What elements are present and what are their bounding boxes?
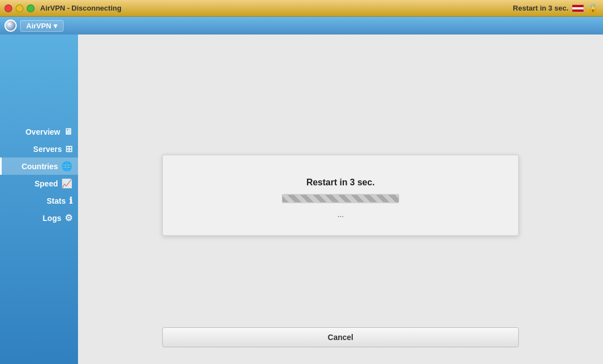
- progress-bar-container: [282, 194, 399, 203]
- cancel-button[interactable]: Cancel: [162, 327, 519, 347]
- nav-icon-servers: ⊞: [65, 144, 72, 154]
- menu-label: AirVPN: [26, 22, 51, 30]
- restart-message: Restart in 3 sec.: [307, 178, 375, 188]
- minimize-button[interactable]: [16, 4, 23, 12]
- sidebar-item-logs[interactable]: Logs ⚙: [0, 209, 78, 227]
- nav-label-servers: Servers: [33, 145, 62, 154]
- titlebar-controls: AirVPN - Disconnecting: [4, 4, 121, 12]
- airvpn-menu-button[interactable]: AirVPN ▾: [20, 20, 64, 32]
- sidebar-item-overview[interactable]: Overview 🖥: [0, 124, 78, 140]
- sidebar: Overview 🖥 Servers ⊞ Countries 🌐 Speed 📈…: [0, 35, 78, 364]
- close-button[interactable]: [4, 4, 12, 12]
- titlebar-status: Restart in 3 sec. 🔒: [513, 3, 599, 13]
- restart-dialog: Restart in 3 sec. ...: [162, 155, 519, 236]
- window-title: AirVPN - Disconnecting: [40, 4, 121, 12]
- nav-label-stats: Stats: [47, 196, 66, 205]
- restart-status-text: Restart in 3 sec.: [513, 4, 568, 12]
- nav-label-overview: Overview: [26, 127, 60, 136]
- airvpn-logo: [4, 19, 17, 32]
- main-layout: Overview 🖥 Servers ⊞ Countries 🌐 Speed 📈…: [0, 35, 603, 364]
- nav-icon-speed: 📈: [61, 178, 72, 189]
- chevron-down-icon: ▾: [54, 22, 57, 30]
- sidebar-item-countries[interactable]: Countries 🌐: [0, 158, 78, 175]
- nav-icon-stats: ℹ: [69, 195, 72, 206]
- nav-label-logs: Logs: [43, 214, 61, 223]
- nav-label-speed: Speed: [35, 179, 58, 188]
- nav-icon-logs: ⚙: [65, 213, 72, 223]
- country-flag-austria: [572, 4, 584, 12]
- maximize-button[interactable]: [27, 4, 35, 12]
- titlebar: AirVPN - Disconnecting Restart in 3 sec.…: [0, 0, 603, 17]
- menubar: AirVPN ▾: [0, 17, 603, 35]
- nav-label-countries: Countries: [22, 162, 58, 171]
- sidebar-item-speed[interactable]: Speed 📈: [0, 175, 78, 192]
- content-area: Restart in 3 sec. ... Cancel: [78, 35, 603, 364]
- nav-icon-countries: 🌐: [61, 161, 72, 171]
- cancel-area: Cancel: [162, 316, 519, 347]
- nav-icon-overview: 🖥: [64, 127, 72, 137]
- lock-icon: 🔒: [587, 3, 599, 13]
- sidebar-item-stats[interactable]: Stats ℹ: [0, 192, 78, 209]
- sidebar-item-servers[interactable]: Servers ⊞: [0, 140, 78, 158]
- progress-bar: [283, 195, 398, 203]
- status-dots: ...: [337, 210, 344, 219]
